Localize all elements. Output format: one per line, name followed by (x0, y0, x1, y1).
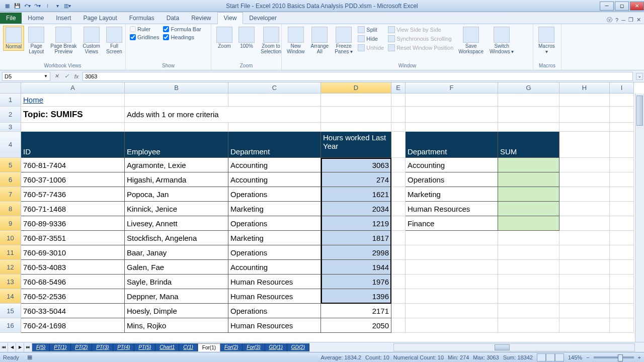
cell[interactable]: Deppner, Mana (125, 289, 228, 304)
cell[interactable] (559, 275, 610, 289)
cell[interactable]: 1621 (321, 187, 391, 202)
cell[interactable] (391, 289, 406, 304)
cell[interactable]: 760-87-3551 (21, 231, 125, 245)
cell[interactable]: Higashi, Armanda (125, 172, 228, 187)
column-header[interactable]: G (498, 82, 559, 94)
cell[interactable]: 1976 (321, 275, 391, 289)
tab-formulas[interactable]: Formulas (123, 13, 160, 24)
row-header[interactable]: 6 (0, 172, 21, 187)
tab-data[interactable]: Data (160, 13, 185, 24)
row-header[interactable]: 12 (0, 260, 21, 275)
cell[interactable] (610, 172, 634, 187)
cell[interactable] (559, 318, 610, 333)
column-header[interactable]: B (125, 82, 228, 94)
close-button[interactable]: ✕ (630, 2, 644, 11)
column-header[interactable]: D (321, 82, 391, 94)
cell[interactable] (610, 202, 634, 216)
save-workspace-button[interactable]: Save Workspace (456, 26, 486, 55)
cell[interactable]: Operations (228, 245, 321, 260)
cell[interactable] (559, 289, 610, 304)
qat-btn-icon[interactable]: ▥▾ (63, 2, 71, 10)
cell[interactable] (391, 94, 406, 107)
cell[interactable] (610, 132, 634, 158)
cell[interactable] (559, 107, 610, 123)
macro-record-icon[interactable]: ▦ (27, 354, 32, 360)
cell[interactable] (559, 304, 610, 318)
reset-pos-button[interactable]: Reset Window Position (387, 44, 454, 52)
zoom-in-icon[interactable]: + (638, 354, 641, 360)
cell[interactable]: Marketing (228, 202, 321, 216)
cell[interactable]: Mins, Rojko (125, 318, 228, 333)
cell[interactable]: Accounting (406, 158, 498, 172)
cell[interactable] (610, 260, 634, 275)
cell[interactable]: Marketing (228, 231, 321, 245)
cell[interactable]: Employee (125, 132, 228, 158)
sheet-tab[interactable]: Chart1 (155, 343, 179, 351)
ruler-checkbox[interactable]: Ruler (129, 26, 160, 33)
cell[interactable] (498, 216, 559, 231)
row-header[interactable]: 13 (0, 275, 21, 289)
cell[interactable]: 760-71-1468 (21, 202, 125, 216)
maximize-button[interactable]: ◻ (615, 2, 629, 11)
cell[interactable] (610, 158, 634, 172)
sheet-tab[interactable]: PT(3) (92, 343, 113, 351)
prev-sheet-icon[interactable]: ◀ (8, 343, 16, 352)
row-header[interactable]: 2 (0, 107, 21, 123)
cell[interactable] (391, 231, 406, 245)
tab-page-layout[interactable]: Page Layout (77, 13, 123, 24)
sheet-tab[interactable]: For(1) (198, 343, 220, 351)
cell[interactable] (228, 94, 321, 107)
unhide-button[interactable]: Unhide (357, 44, 385, 52)
zoom-out-icon[interactable]: − (586, 354, 589, 360)
cell[interactable]: Operations (406, 172, 498, 187)
cell[interactable] (391, 132, 406, 158)
tab-view[interactable]: View (217, 12, 244, 24)
qat-btn-icon[interactable]: ▾ (53, 2, 61, 10)
row-header[interactable]: 16 (0, 318, 21, 333)
cell[interactable] (559, 231, 610, 245)
normal-view-button[interactable]: Normal (3, 26, 24, 51)
cell[interactable] (498, 318, 559, 333)
cell[interactable]: SUM (498, 132, 559, 158)
cell[interactable] (498, 245, 559, 260)
cell[interactable] (321, 94, 391, 107)
cell[interactable] (391, 304, 406, 318)
cell[interactable]: 760-52-2536 (21, 289, 125, 304)
sheet-tab[interactable]: GD(2) (287, 343, 309, 351)
cell[interactable] (559, 172, 610, 187)
sheet-tab[interactable]: For(3) (243, 343, 265, 351)
row-header[interactable]: 9 (0, 216, 21, 231)
cell[interactable]: Accounting (228, 158, 321, 172)
cell[interactable] (406, 94, 498, 107)
cell[interactable] (610, 231, 634, 245)
row-header[interactable]: 5 (0, 158, 21, 172)
cell[interactable] (391, 123, 406, 132)
cell[interactable]: 1396 (321, 289, 391, 304)
gridlines-checkbox[interactable]: Gridlines (129, 34, 160, 41)
cell[interactable] (559, 158, 610, 172)
doc-restore-icon[interactable]: ❐ (628, 17, 633, 23)
cell[interactable]: Baar, Janay (125, 245, 228, 260)
name-box[interactable]: D5▼ (2, 72, 50, 81)
doc-close-icon[interactable]: ✕ (636, 17, 641, 23)
cell[interactable] (610, 289, 634, 304)
macros-button[interactable]: Macros ▾ (536, 26, 557, 55)
new-window-button[interactable]: New Window (285, 26, 307, 55)
cell[interactable]: 760-89-9336 (21, 216, 125, 231)
cell[interactable]: Human Resources (228, 289, 321, 304)
cell[interactable] (125, 123, 228, 132)
cell[interactable]: Human Resources (228, 318, 321, 333)
cell[interactable] (21, 123, 125, 132)
cell[interactable] (498, 172, 559, 187)
tab-review[interactable]: Review (185, 13, 217, 24)
cell[interactable] (559, 260, 610, 275)
cell[interactable] (406, 245, 498, 260)
sheet-tab[interactable]: PT(5) (134, 343, 155, 351)
split-button[interactable]: Split (357, 26, 385, 34)
cell[interactable]: 760-68-5496 (21, 275, 125, 289)
last-sheet-icon[interactable]: ⏭ (24, 343, 32, 352)
help-icon[interactable]: ? (615, 17, 618, 23)
cell[interactable]: 760-33-5044 (21, 304, 125, 318)
cell[interactable] (610, 304, 634, 318)
qat-btn-icon[interactable]: ⁞ (43, 2, 51, 10)
